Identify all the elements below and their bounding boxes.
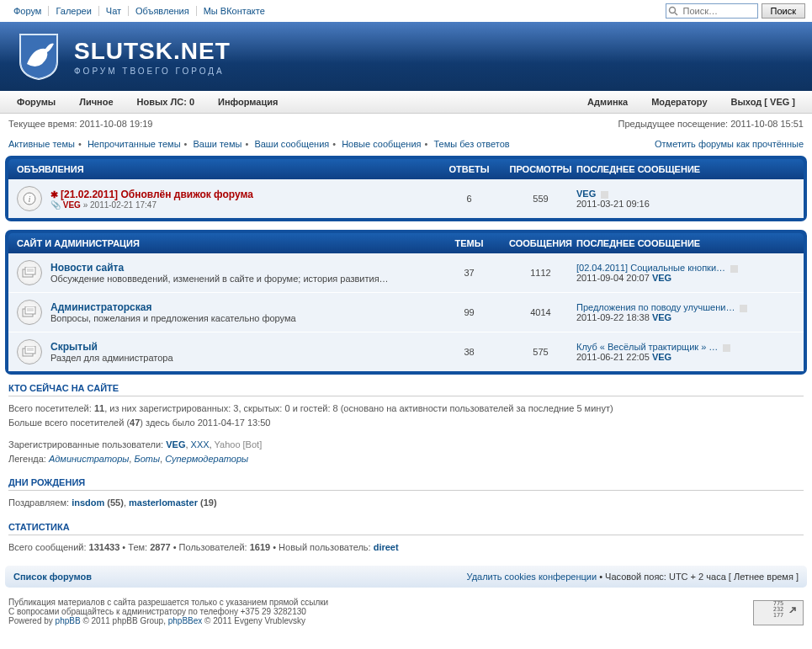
site-subtitle: ФОРУМ ТВОЕГО ГОРОДА (74, 66, 231, 76)
online-summary: Всего посетителей: 11, из них зарегистри… (8, 402, 804, 429)
legend-admins[interactable]: Администраторы (49, 454, 129, 464)
ql-active[interactable]: Активные темы (8, 139, 75, 149)
topnav-forum[interactable]: Форум (7, 6, 49, 16)
svg-text:i: i (28, 194, 30, 204)
topnav-ads[interactable]: Объявления (129, 6, 197, 16)
announce-replies: 6 (433, 194, 505, 204)
nav-pm[interactable]: Новых ЛС: 0 (125, 91, 207, 113)
forum-icon (17, 300, 42, 325)
ql-new-posts[interactable]: Новые сообщения (342, 139, 421, 149)
last-post-user[interactable]: VEG (652, 352, 671, 362)
forum-desc: Обсуждение нововведений, изменений в сай… (50, 274, 433, 284)
forum-row: Новости сайтаОбсуждение нововведений, из… (8, 253, 804, 292)
forum-index-link[interactable]: Список форумов (13, 572, 92, 582)
announce-title-link[interactable]: [21.02.2011] Обновлён движок форума (61, 189, 253, 200)
topnav-galleries[interactable]: Галереи (49, 6, 98, 16)
svg-line-1 (675, 13, 677, 15)
hit-counter-icon[interactable]: 775232177 (753, 600, 804, 625)
phpbb-link[interactable]: phpBB (56, 616, 81, 625)
forum-topics: 99 (433, 307, 505, 317)
attachment-icon: 📎 (50, 200, 61, 210)
announce-last-date: 2011-03-21 09:16 (576, 199, 650, 209)
goto-post-icon[interactable] (740, 305, 747, 312)
online-users: Зарегистрированные пользователи: VEG, XX… (8, 438, 804, 465)
forum-name-link[interactable]: Скрытый (50, 341, 98, 353)
site-title: SLUTSK.NET (74, 38, 231, 65)
forum-desc: Вопросы, пожелания и предложения касател… (50, 313, 433, 323)
main-navbar: Форумы Личное Новых ЛС: 0 Информация Адм… (0, 91, 812, 114)
goto-post-icon[interactable] (723, 344, 730, 352)
last-post-user[interactable]: VEG (652, 273, 671, 283)
category-header-announce: ОБЪЯВЛЕНИЯ ОТВЕТЫ ПРОСМОТРЫ ПОСЛЕДНЕЕ СО… (8, 159, 804, 179)
legend-bots[interactable]: Боты (134, 454, 160, 464)
announcement-row: i ✱ [21.02.2011] Обновлён движок форума … (8, 179, 804, 218)
svg-point-0 (669, 8, 675, 13)
forum-icon (17, 260, 42, 285)
top-nav: Форум Галереи Чат Объявления Мы ВКонтакт… (7, 6, 272, 16)
online-heading: КТО СЕЙЧАС НА САЙТЕ (8, 383, 804, 396)
announce-author[interactable]: VEG (63, 200, 81, 210)
nav-info[interactable]: Информация (206, 91, 289, 113)
nav-personal[interactable]: Личное (67, 91, 125, 113)
stats-line: Всего сообщений: 131433 • Тем: 2877 • По… (8, 540, 804, 555)
delete-cookies-link[interactable]: Удалить cookies конференции (467, 572, 597, 582)
last-post-title[interactable]: Клуб « Весёлый трактирщик » … (576, 342, 718, 352)
nav-admin[interactable]: Админка (576, 91, 640, 113)
forum-row: АдминистраторскаяВопросы, пожелания и пр… (8, 292, 804, 332)
mark-read-link[interactable]: Отметить форумы как прочтённые (655, 139, 804, 149)
forum-posts: 4014 (505, 307, 576, 317)
forum-name-link[interactable]: Новости сайта (50, 262, 124, 274)
forum-icon (17, 339, 42, 364)
ql-unanswered[interactable]: Темы без ответов (433, 139, 509, 149)
last-visit: Предыдущее посещение: 2011-10-08 15:51 (618, 119, 804, 129)
forum-posts: 575 (505, 347, 576, 357)
search-icon (668, 6, 678, 16)
phpbbex-link[interactable]: phpBBex (168, 616, 203, 625)
last-post-user[interactable]: VEG (652, 312, 671, 322)
last-post-date: 2011-09-04 20:07 (576, 273, 650, 283)
bday-heading: ДНИ РОЖДЕНИЯ (8, 477, 804, 491)
timezone-text: • Часовой пояс: UTC + 2 часа [ Летнее вр… (597, 572, 799, 582)
goto-post-icon[interactable] (730, 265, 738, 273)
last-post-title[interactable]: [02.04.2011] Социальные кнопки… (576, 263, 725, 273)
current-time: Текущее время: 2011-10-08 19:19 (8, 119, 152, 129)
forum-topics: 37 (433, 268, 505, 278)
nav-forums[interactable]: Форумы (5, 91, 67, 113)
topnav-chat[interactable]: Чат (99, 6, 129, 16)
ql-your-posts[interactable]: Ваши сообщения (254, 139, 329, 149)
forum-name-link[interactable]: Администраторская (50, 301, 151, 313)
forum-posts: 1112 (505, 268, 576, 278)
ql-unread[interactable]: Непрочитанные темы (88, 139, 181, 149)
bday-user-1[interactable]: insdom (72, 497, 104, 508)
goto-post-icon[interactable] (601, 191, 608, 199)
topnav-vk[interactable]: Мы ВКонтакте (197, 6, 272, 16)
search-button[interactable]: Поиск (762, 3, 805, 19)
online-user-bot: Yahoo [Bot] (215, 439, 263, 450)
quick-links: Активные темы• Непрочитанные темы• Ваши … (8, 139, 510, 149)
announcement-icon: i (17, 186, 42, 211)
newest-user-link[interactable]: direet (374, 542, 399, 552)
site-logo-icon (17, 32, 61, 81)
online-user-veg[interactable]: VEG (166, 439, 185, 450)
nav-logout[interactable]: Выход [ VEG ] (719, 91, 807, 113)
footer-text: Публикация материалов с сайта разрешаетс… (8, 598, 328, 625)
announce-views: 559 (505, 194, 576, 204)
bday-list: Поздравляем: insdom (55), masterlomaster… (8, 496, 804, 510)
bday-user-2[interactable]: masterlomaster (129, 497, 198, 508)
forum-desc: Раздел для администратора (50, 353, 433, 363)
nav-moderator[interactable]: Модератору (640, 91, 719, 113)
forum-topics: 38 (433, 347, 505, 357)
category-header-site: САЙТ И АДМИНИСТРАЦИЯ ТЕМЫ СООБЩЕНИЯ ПОСЛ… (8, 233, 804, 253)
announce-last-user[interactable]: VEG (576, 189, 596, 199)
stats-heading: СТАТИСТИКА (8, 522, 804, 535)
last-post-date: 2011-09-22 18:38 (576, 312, 650, 322)
forum-row: СкрытыйРаздел для администратора 38 575 … (8, 332, 804, 371)
site-header: SLUTSK.NET ФОРУМ ТВОЕГО ГОРОДА (0, 22, 812, 91)
last-post-title[interactable]: Предложения по поводу улучшени… (576, 302, 735, 312)
legend-mods[interactable]: Супермодераторы (165, 454, 248, 464)
last-post-date: 2011-06-21 22:05 (576, 352, 650, 362)
ql-your-topics[interactable]: Ваши темы (193, 139, 241, 149)
online-user-xxx[interactable]: XXX (191, 439, 210, 450)
search-input[interactable] (666, 3, 758, 19)
